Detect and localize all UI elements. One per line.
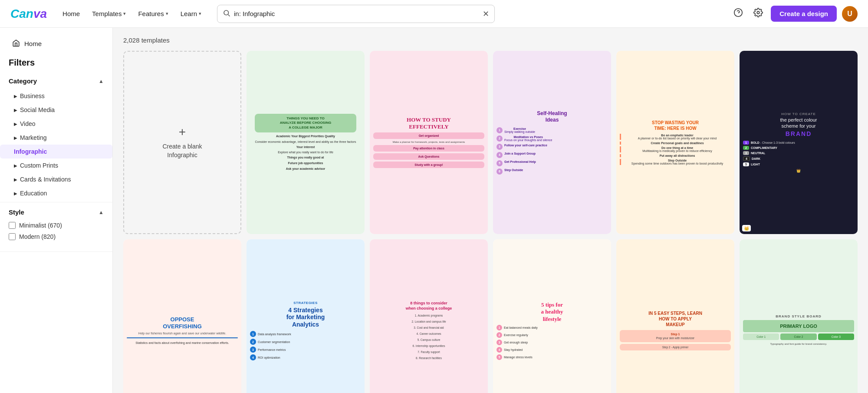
template-preview: THINGS YOU NEED TOANALYZE BEFORE CHOOSIN… <box>247 51 365 234</box>
sidebar-item-infographic[interactable]: Infographic <box>0 145 112 159</box>
app-body: Home Filters Category ▲ ▶ Business ▶ Soc… <box>0 28 868 393</box>
avatar-image: U <box>842 6 858 22</box>
template-card[interactable]: 5 tips fora healthylifestyle 1 Eat balan… <box>493 239 611 393</box>
help-button[interactable] <box>731 5 746 22</box>
sidebar-item-social-media[interactable]: ▶ Social Media <box>0 103 112 117</box>
style-minimalist-checkbox[interactable]: Minimalist (670) <box>9 222 104 229</box>
sidebar-item-business[interactable]: ▶ Business <box>0 89 112 103</box>
template-preview: 5 tips fora healthylifestyle 1 Eat balan… <box>493 239 611 393</box>
templates-grid: + Create a blankInfographic THINGS YOU N… <box>123 51 858 393</box>
chevron-right-icon: ▶ <box>14 94 17 99</box>
chevron-up-icon: ▲ <box>99 209 104 215</box>
settings-button[interactable] <box>751 5 766 22</box>
home-icon <box>12 39 20 48</box>
chevron-right-icon: ▶ <box>14 177 17 182</box>
plus-icon: + <box>179 125 186 139</box>
template-preview: HOW TO CREATE the perfect colourscheme f… <box>740 51 858 234</box>
avatar[interactable]: U <box>842 6 858 22</box>
chevron-right-icon: ▶ <box>14 108 17 112</box>
search-clear-button[interactable]: ✕ <box>483 9 489 19</box>
search-icon <box>223 9 230 19</box>
nav-home[interactable]: Home <box>57 7 85 21</box>
filters-title: Filters <box>0 53 112 71</box>
nav-templates[interactable]: Templates ▾ <box>87 7 131 21</box>
chevron-down-icon: ▾ <box>123 11 126 17</box>
template-card[interactable]: STRATEGIES 4 Strategiesfor MarketingAnal… <box>247 239 365 393</box>
nav-learn[interactable]: Learn ▾ <box>175 7 207 21</box>
template-card[interactable]: OPPOSEOVERFISHING Help our fisheries flo… <box>123 239 241 393</box>
category-filter-section: Category ▲ ▶ Business ▶ Social Media ▶ V… <box>0 71 112 202</box>
style-modern-checkbox[interactable]: Modern (820) <box>9 233 104 240</box>
sidebar-item-custom-prints[interactable]: ▶ Custom Prints <box>0 159 112 172</box>
chevron-up-icon: ▲ <box>99 78 104 84</box>
template-card[interactable]: HOW TO CREATE the perfect colourscheme f… <box>740 51 858 234</box>
create-blank-label: Create a blankInfographic <box>162 142 202 159</box>
nav-links: Home Templates ▾ Features ▾ Learn ▾ <box>57 7 207 21</box>
sidebar: Home Filters Category ▲ ▶ Business ▶ Soc… <box>0 28 113 393</box>
chevron-right-icon: ▶ <box>14 191 17 196</box>
chevron-right-icon: ▶ <box>14 135 17 140</box>
svg-line-1 <box>228 14 230 16</box>
top-navigation: Canva Home Templates ▾ Features ▾ Learn … <box>0 0 868 28</box>
template-preview: 8 things to considerwhen choosing a coll… <box>370 239 488 393</box>
svg-point-0 <box>224 10 229 15</box>
sidebar-home-label: Home <box>24 40 42 47</box>
search-bar: ✕ <box>217 5 495 23</box>
template-card[interactable]: Self-HealingIdeas 1 ExerciseSimply walki… <box>493 51 611 234</box>
sidebar-item-marketing[interactable]: ▶ Marketing <box>0 131 112 145</box>
template-card[interactable]: STOP WASTING YOURTIME: HERE IS HOW Be an… <box>616 51 734 234</box>
chevron-right-icon: ▶ <box>14 163 17 168</box>
chevron-right-icon: ▶ <box>14 122 17 126</box>
create-design-button[interactable]: Create a design <box>771 6 837 22</box>
premium-badge: 👑 <box>742 225 751 231</box>
nav-actions: Create a design U <box>731 5 858 22</box>
template-preview: HOW TO STUDYEFFECTIVELY Get organized Ma… <box>370 51 488 234</box>
style-filter-header[interactable]: Style ▲ <box>0 204 112 220</box>
sidebar-item-cards-invitations[interactable]: ▶ Cards & Invitations <box>0 172 112 186</box>
svg-point-4 <box>757 11 760 14</box>
template-preview: Self-HealingIdeas 1 ExerciseSimply walki… <box>493 51 611 234</box>
sidebar-item-education[interactable]: ▶ Education <box>0 186 112 200</box>
template-preview: STRATEGIES 4 Strategiesfor MarketingAnal… <box>247 239 365 393</box>
chevron-down-icon: ▾ <box>166 11 168 17</box>
template-card[interactable]: 8 things to considerwhen choosing a coll… <box>370 239 488 393</box>
template-preview: Brand Style Board PRIMARY LOGO Color 1 C… <box>740 239 858 393</box>
template-preview: OPPOSEOVERFISHING Help our fisheries flo… <box>123 239 241 393</box>
minimalist-checkbox-input[interactable] <box>9 222 16 229</box>
canva-logo[interactable]: Canva <box>10 7 47 21</box>
sidebar-home-item[interactable]: Home <box>3 35 109 53</box>
search-input[interactable] <box>234 10 483 17</box>
results-count: 2,028 templates <box>123 36 858 44</box>
template-card[interactable]: Brand Style Board PRIMARY LOGO Color 1 C… <box>740 239 858 393</box>
template-preview: IN 5 EASY STEPS, LEARNHOW TO APPLYMAKEUP… <box>616 239 734 393</box>
main-content: 2,028 templates + Create a blankInfograp… <box>113 28 868 393</box>
template-card[interactable]: HOW TO STUDYEFFECTIVELY Get organized Ma… <box>370 51 488 234</box>
modern-checkbox-input[interactable] <box>9 233 16 240</box>
create-blank-card[interactable]: + Create a blankInfographic <box>123 51 241 234</box>
chevron-down-icon: ▾ <box>199 11 201 17</box>
style-filter-section: Style ▲ Minimalist (670) Modern (820) <box>0 202 112 252</box>
category-filter-header[interactable]: Category ▲ <box>0 73 112 89</box>
sidebar-item-video[interactable]: ▶ Video <box>0 117 112 131</box>
nav-features[interactable]: Features ▾ <box>133 7 173 21</box>
template-card[interactable]: THINGS YOU NEED TOANALYZE BEFORE CHOOSIN… <box>247 51 365 234</box>
template-card[interactable]: IN 5 EASY STEPS, LEARNHOW TO APPLYMAKEUP… <box>616 239 734 393</box>
template-preview: STOP WASTING YOURTIME: HERE IS HOW Be an… <box>616 51 734 234</box>
